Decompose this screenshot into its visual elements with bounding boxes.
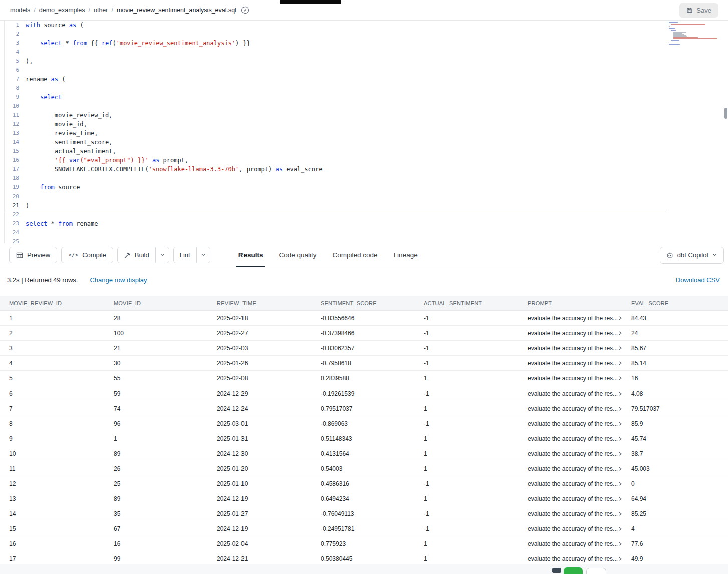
expand-cell-icon[interactable] <box>618 391 622 396</box>
lint-button[interactable]: Lint <box>174 247 196 263</box>
breadcrumb-item[interactable]: demo_examples <box>39 7 85 14</box>
table-row[interactable]: 10892024-12-300.41315641evaluate the acc… <box>0 446 728 461</box>
code-line[interactable]: 8 <box>5 84 728 93</box>
breadcrumb-separator: / <box>111 7 113 14</box>
code-line[interactable]: 24 <box>5 228 728 237</box>
code-line[interactable]: 22 <box>5 210 728 219</box>
table-cell: 67 <box>105 525 208 532</box>
table-cell: 13 <box>0 495 105 502</box>
code-line[interactable]: 1with source as ( <box>5 21 728 30</box>
table-cell: 85.14 <box>622 360 728 367</box>
code-line[interactable]: 25 <box>5 237 728 243</box>
prompt-cell: evaluate the accuracy of the res... <box>519 390 622 397</box>
prompt-cell-text: evaluate the accuracy of the res... <box>528 465 618 472</box>
code-line[interactable]: 18 <box>5 174 728 183</box>
page-scrollbar[interactable] <box>724 0 727 574</box>
line-number: 11 <box>5 111 26 120</box>
expand-cell-icon[interactable] <box>618 361 622 366</box>
table-row[interactable]: 6592024-12-29-0.19261539-1evaluate the a… <box>0 386 728 401</box>
breadcrumb-item[interactable]: movie_review_sentiment_analysis_eval.sql <box>117 7 236 14</box>
table-row[interactable]: 4302025-01-26-0.7958618-1evaluate the ac… <box>0 356 728 371</box>
table-row[interactable]: 13892024-12-190.64942341evaluate the acc… <box>0 491 728 506</box>
expand-cell-icon[interactable] <box>618 496 622 501</box>
code-line[interactable]: 15 actual_sentiment, <box>5 147 728 156</box>
breadcrumb-item[interactable]: other <box>94 7 108 14</box>
change-row-display-link[interactable]: Change row display <box>90 276 147 284</box>
build-button[interactable]: Build <box>118 247 155 263</box>
expand-cell-icon[interactable] <box>618 376 622 381</box>
code-line[interactable]: 5), <box>5 57 728 66</box>
table-row[interactable]: 912025-01-310.511483431evaluate the accu… <box>0 431 728 446</box>
table-row[interactable]: 8962025-03-01-0.869063-1evaluate the acc… <box>0 416 728 431</box>
bottom-scrollbar-track[interactable] <box>0 564 728 574</box>
file-header: models/demo_examples/other/movie_review_… <box>0 0 728 21</box>
code-line[interactable]: 21) <box>5 201 728 210</box>
code-line[interactable]: 19 from source <box>5 183 728 192</box>
table-row[interactable]: 5552025-02-080.28395881evaluate the accu… <box>0 371 728 386</box>
tab-code-quality[interactable]: Code quality <box>278 243 317 267</box>
save-button[interactable]: Save <box>679 3 718 18</box>
table-row[interactable]: 12252025-01-100.4586316-1evaluate the ac… <box>0 476 728 491</box>
lint-dropdown-button[interactable] <box>196 247 210 263</box>
table-row[interactable]: 3212025-02-03-0.83062357-1evaluate the a… <box>0 341 728 356</box>
table-row[interactable]: 1282025-02-18-0.83556646-1evaluate the a… <box>0 311 728 326</box>
page-scrollbar-thumb[interactable] <box>724 108 727 119</box>
expand-cell-icon[interactable] <box>618 526 622 531</box>
table-row[interactable]: 11262025-01-200.540031evaluate the accur… <box>0 461 728 476</box>
code-line[interactable]: 17 SNOWFLAKE.CORTEX.COMPLETE('snowflake-… <box>5 165 728 174</box>
bottom-dark-button[interactable] <box>552 568 561 573</box>
expand-cell-icon[interactable] <box>618 436 622 441</box>
preview-label: Preview <box>27 251 50 259</box>
prompt-cell-text: evaluate the accuracy of the res... <box>528 480 618 487</box>
code-line[interactable]: 11 movie_review_id, <box>5 111 728 120</box>
edit-icon[interactable] <box>241 6 249 14</box>
breadcrumb-item[interactable]: models <box>10 7 30 14</box>
tab-compiled-code[interactable]: Compiled code <box>332 243 379 267</box>
table-row[interactable]: 7742024-12-240.795170371evaluate the acc… <box>0 401 728 416</box>
code-line[interactable]: 12 movie_id, <box>5 120 728 129</box>
table-row[interactable]: 14352025-01-27-0.76049113-1evaluate the … <box>0 506 728 521</box>
expand-cell-icon[interactable] <box>618 556 622 561</box>
line-content: select * from {{ ref('movie_review_senti… <box>26 39 250 48</box>
bottom-green-button[interactable] <box>564 567 583 574</box>
minimap[interactable] <box>669 22 717 47</box>
code-line[interactable]: 16 '{{ var("eval_prompt") }}' as prompt, <box>5 156 728 165</box>
preview-button[interactable]: Preview <box>9 247 57 263</box>
table-row[interactable]: 21002025-02-27-0.37398466-1evaluate the … <box>0 326 728 341</box>
code-editor[interactable]: 1with source as (23 select * from {{ ref… <box>0 21 728 243</box>
code-line[interactable]: 2 <box>5 30 728 39</box>
code-line[interactable]: 20 <box>5 192 728 201</box>
expand-cell-icon[interactable] <box>618 481 622 486</box>
expand-cell-icon[interactable] <box>618 511 622 516</box>
expand-cell-icon[interactable] <box>618 316 622 321</box>
code-line[interactable]: 7rename as ( <box>5 75 728 84</box>
tab-lineage[interactable]: Lineage <box>393 243 419 267</box>
table-cell: 45.003 <box>622 465 728 472</box>
expand-cell-icon[interactable] <box>618 451 622 456</box>
table-cell: -1 <box>415 315 519 322</box>
code-line[interactable]: 13 review_time, <box>5 129 728 138</box>
code-line[interactable]: 4 <box>5 48 728 57</box>
line-number: 13 <box>5 129 26 138</box>
table-row[interactable]: 16162025-02-040.7759231evaluate the accu… <box>0 536 728 551</box>
tab-results[interactable]: Results <box>237 243 264 267</box>
dbt-copilot-button[interactable]: dbt Copilot <box>660 247 724 264</box>
expand-cell-icon[interactable] <box>618 331 622 336</box>
expand-cell-icon[interactable] <box>618 466 622 471</box>
compile-button[interactable]: </> Compile <box>61 247 113 263</box>
build-dropdown-button[interactable] <box>155 247 169 263</box>
expand-cell-icon[interactable] <box>618 421 622 426</box>
expand-cell-icon[interactable] <box>618 541 622 546</box>
code-line[interactable]: 14 sentiment_score, <box>5 138 728 147</box>
line-content: rename as ( <box>26 75 65 84</box>
table-row[interactable]: 15672024-12-19-0.24951781-1evaluate the … <box>0 521 728 536</box>
code-line[interactable]: 10 <box>5 102 728 111</box>
code-line[interactable]: 9 select <box>5 93 728 102</box>
code-line[interactable]: 23select * from rename <box>5 219 728 228</box>
bottom-outline-button[interactable] <box>586 568 606 574</box>
expand-cell-icon[interactable] <box>618 406 622 411</box>
download-csv-link[interactable]: Download CSV <box>676 276 721 284</box>
code-line[interactable]: 6 <box>5 66 728 75</box>
expand-cell-icon[interactable] <box>618 346 622 351</box>
code-line[interactable]: 3 select * from {{ ref('movie_review_sen… <box>5 39 728 48</box>
